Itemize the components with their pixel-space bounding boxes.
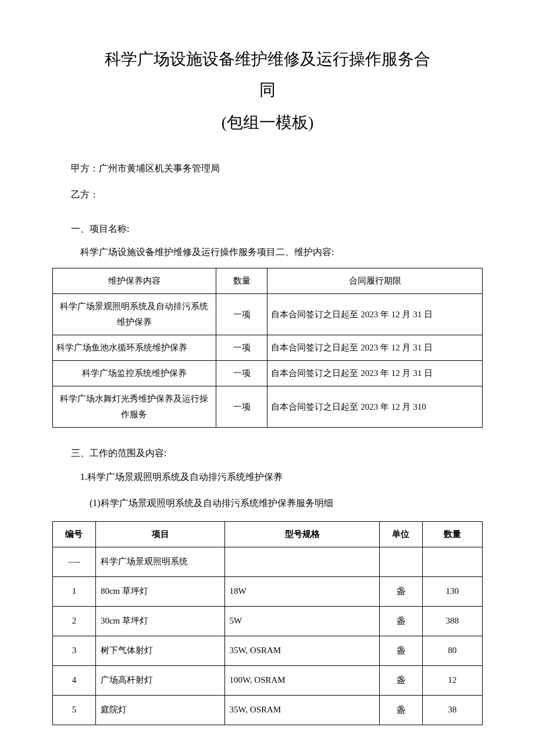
section-3-sub1-1: (1)科学广场景观照明系统及自动排污系统维护保养服务明细 <box>52 495 483 512</box>
cell-item: 广场高杆射灯 <box>95 665 224 695</box>
cell-unit: 盏 <box>379 576 422 606</box>
cell-unit <box>379 547 422 576</box>
cell-no: —- <box>53 547 96 576</box>
cell-period: 自本合同签订之日起至 2023 年 12 月 31 日 <box>268 294 483 335</box>
cell-no: 4 <box>53 665 96 695</box>
table-row: 科学广场景观照明系统及自动排污系统维护保养 一项 自本合同签订之日起至 2023… <box>53 294 483 335</box>
party-a-label: 甲方： <box>71 163 99 173</box>
document-title-line1: 科学广场设施设备维护维修及运行操作服务合 <box>52 46 483 73</box>
maintenance-content-table: 维护保养内容 数量 合同履行期限 科学广场景观照明系统及自动排污系统维护保养 一… <box>52 268 483 428</box>
cell-qty: 38 <box>422 695 482 725</box>
cell-qty: 一项 <box>216 335 268 361</box>
service-detail-table: 编号 项目 型号规格 单位 数量 —- 科学广场景观照明系统 1 80cm 草坪… <box>52 521 483 725</box>
col-header-period: 合同履行期限 <box>268 268 483 294</box>
cell-qty: 一项 <box>216 361 268 386</box>
table-row: 科学广场水舞灯光秀维护保养及运行操作服务 一项 自本合同签订之日起至 2023 … <box>53 386 483 428</box>
cell-spec: 5W <box>224 606 379 636</box>
cell-qty: 一项 <box>216 386 268 428</box>
table-row: 2 30cm 草坪灯 5W 盏 388 <box>53 606 483 636</box>
col-header-qty: 数量 <box>422 521 482 547</box>
col-header-unit: 单位 <box>379 521 422 547</box>
cell-period: 自本合同签订之日起至 2023 年 12 月 31 日 <box>268 361 483 386</box>
cell-content: 科学广场监控系统维护保养 <box>53 361 216 386</box>
cell-content: 科学广场鱼池水循环系统维护保养 <box>53 335 216 361</box>
cell-spec: 100W, OSRAM <box>224 665 379 695</box>
col-header-qty: 数量 <box>216 268 268 294</box>
cell-qty: 一项 <box>216 294 268 335</box>
party-a-value: 广州市黄埔区机关事务管理局 <box>99 163 220 173</box>
col-header-spec: 型号规格 <box>224 521 379 547</box>
cell-period: 自本合同签订之日起至 2023 年 12 月 310 <box>268 386 483 428</box>
party-b-line: 乙方： <box>52 187 483 203</box>
table-row: —- 科学广场景观照明系统 <box>53 547 483 576</box>
table-row: 4 广场高杆射灯 100W, OSRAM 盏 12 <box>53 665 483 695</box>
cell-spec: 18W <box>224 576 379 606</box>
section-1-text: 科学广场设施设备维护维修及运行操作服务项目二、维护内容: <box>52 244 483 261</box>
cell-unit: 盏 <box>379 606 422 636</box>
cell-spec: 35W, OSRAM <box>224 636 379 665</box>
cell-no: 3 <box>53 636 96 665</box>
cell-item: 80cm 草坪灯 <box>95 576 224 606</box>
cell-content: 科学广场景观照明系统及自动排污系统维护保养 <box>53 294 216 335</box>
col-header-no: 编号 <box>53 521 96 547</box>
col-header-content: 维护保养内容 <box>53 268 216 294</box>
cell-qty: 80 <box>422 636 482 665</box>
table-row: 3 树下气体射灯 35W, OSRAM 盏 80 <box>53 636 483 665</box>
table-row: 科学广场鱼池水循环系统维护保养 一项 自本合同签订之日起至 2023 年 12 … <box>53 335 483 361</box>
cell-unit: 盏 <box>379 695 422 725</box>
section-3-sub1: 1.科学广场景观照明系统及自动排污系统维护保养 <box>52 469 483 486</box>
cell-no: 1 <box>53 576 96 606</box>
cell-qty: 12 <box>422 665 482 695</box>
table-row: 科学广场监控系统维护保养 一项 自本合同签订之日起至 2023 年 12 月 3… <box>53 361 483 386</box>
document-subtitle: (包组一模板) <box>52 108 483 137</box>
cell-no: 2 <box>53 606 96 636</box>
table-row: 5 庭院灯 35W, OSRAM 盏 38 <box>53 695 483 725</box>
cell-qty: 130 <box>422 576 482 606</box>
cell-content: 科学广场水舞灯光秀维护保养及运行操作服务 <box>53 386 216 428</box>
section-3-heading: 三、工作的范围及内容: <box>52 445 483 462</box>
party-b-label: 乙方： <box>71 189 99 199</box>
party-a-line: 甲方：广州市黄埔区机关事务管理局 <box>52 160 483 177</box>
table-header-row: 编号 项目 型号规格 单位 数量 <box>53 521 483 547</box>
cell-qty: 388 <box>422 606 482 636</box>
cell-period: 自本合同签订之日起至 2023 年 12 月 31 日 <box>268 335 483 361</box>
table-header-row: 维护保养内容 数量 合同履行期限 <box>53 268 483 294</box>
table-row: 1 80cm 草坪灯 18W 盏 130 <box>53 576 483 606</box>
cell-spec: 35W, OSRAM <box>224 695 379 725</box>
cell-unit: 盏 <box>379 636 422 665</box>
col-header-item: 项目 <box>95 521 224 547</box>
cell-spec <box>224 547 379 576</box>
document-title-line2: 同 <box>52 77 483 103</box>
section-1-heading: 一、项目名称: <box>52 221 483 238</box>
cell-item: 30cm 草坪灯 <box>95 606 224 636</box>
cell-qty <box>422 547 482 576</box>
cell-no: 5 <box>53 695 96 725</box>
cell-item: 科学广场景观照明系统 <box>95 547 224 576</box>
cell-item: 庭院灯 <box>95 695 224 725</box>
cell-item: 树下气体射灯 <box>95 636 224 665</box>
cell-unit: 盏 <box>379 665 422 695</box>
